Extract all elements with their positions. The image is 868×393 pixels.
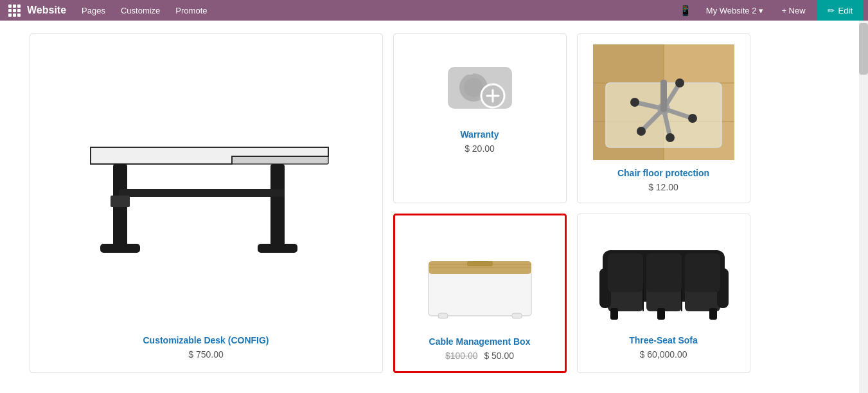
svg-rect-5 bbox=[100, 244, 140, 253]
topnav: Website Pages Customize Promote 📱 My Web… bbox=[0, 0, 868, 21]
desk-product-name[interactable]: Customizable Desk (CONFIG) bbox=[143, 335, 269, 345]
svg-rect-4 bbox=[270, 164, 285, 248]
new-button[interactable]: + New bbox=[772, 0, 814, 21]
sofa-illustration bbox=[596, 224, 731, 327]
desk-illustration bbox=[52, 64, 360, 308]
svg-rect-49 bbox=[709, 308, 717, 320]
svg-rect-41 bbox=[512, 313, 522, 318]
cable-box-price: $100.00 $ 50.00 bbox=[445, 351, 514, 361]
nav-promote[interactable]: Promote bbox=[168, 0, 215, 21]
sofa-image-area bbox=[588, 224, 740, 327]
chair-floor-product-price: $ 12.00 bbox=[648, 182, 678, 192]
svg-rect-7 bbox=[119, 189, 285, 197]
product-grid: Customizable Desk (CONFIG) $ 750.00 bbox=[30, 33, 839, 373]
svg-rect-8 bbox=[111, 196, 130, 207]
svg-rect-1 bbox=[232, 156, 328, 164]
chair-floor-image-area bbox=[588, 44, 740, 160]
website-selector[interactable]: My Website 2 ▾ bbox=[700, 0, 770, 21]
no-image-icon bbox=[445, 54, 515, 112]
desk-image-area bbox=[40, 44, 372, 327]
svg-rect-35 bbox=[429, 271, 531, 316]
svg-rect-54 bbox=[646, 253, 682, 292]
svg-rect-34 bbox=[660, 80, 667, 112]
warranty-product-price: $ 20.00 bbox=[465, 143, 495, 154]
nav-pages[interactable]: Pages bbox=[74, 0, 113, 21]
svg-rect-12 bbox=[457, 67, 474, 75]
sofa-product-name[interactable]: Three-Seat Sofa bbox=[629, 335, 698, 345]
product-card-warranty[interactable]: Warranty $ 20.00 bbox=[393, 33, 567, 203]
edit-button[interactable]: ✏ Edit bbox=[817, 0, 863, 21]
svg-point-33 bbox=[675, 78, 684, 87]
product-card-sofa[interactable]: Three-Seat Sofa $ 60,000.00 bbox=[577, 214, 750, 373]
product-card-desk[interactable]: Customizable Desk (CONFIG) $ 750.00 bbox=[30, 33, 383, 373]
svg-point-29 bbox=[630, 98, 639, 107]
sofa-product-price: $ 60,000.00 bbox=[640, 349, 687, 360]
svg-rect-48 bbox=[610, 308, 618, 320]
sale-price: $ 50.00 bbox=[484, 351, 514, 361]
svg-rect-39 bbox=[467, 261, 493, 266]
main-content: Customizable Desk (CONFIG) $ 750.00 bbox=[0, 21, 868, 393]
apps-icon[interactable] bbox=[5, 0, 23, 21]
svg-point-30 bbox=[637, 127, 646, 136]
svg-rect-50 bbox=[657, 308, 665, 320]
chair-floor-illustration bbox=[593, 44, 734, 160]
warranty-image-area bbox=[404, 44, 556, 122]
brand-name: Website bbox=[23, 5, 74, 16]
nav-customize[interactable]: Customize bbox=[113, 0, 168, 21]
svg-point-31 bbox=[666, 133, 675, 142]
svg-rect-6 bbox=[258, 244, 297, 253]
svg-point-11 bbox=[464, 78, 483, 97]
camera-placeholder bbox=[441, 44, 518, 122]
scrollbar-thumb[interactable] bbox=[859, 23, 868, 75]
pencil-icon: ✏ bbox=[828, 6, 835, 15]
svg-rect-53 bbox=[608, 253, 643, 292]
cable-box-product-name[interactable]: Cable Management Box bbox=[429, 336, 531, 347]
topnav-left: Website Pages Customize Promote bbox=[5, 0, 215, 21]
chevron-down-icon: ▾ bbox=[759, 6, 763, 15]
cable-box-image-area bbox=[405, 226, 554, 329]
svg-rect-55 bbox=[685, 253, 720, 292]
svg-rect-40 bbox=[438, 313, 448, 318]
mobile-icon[interactable]: 📱 bbox=[674, 5, 697, 17]
svg-point-32 bbox=[688, 114, 697, 123]
desk-product-price: $ 750.00 bbox=[188, 349, 224, 360]
cable-box-illustration bbox=[416, 226, 544, 329]
product-card-cable-box[interactable]: Cable Management Box $100.00 $ 50.00 bbox=[393, 214, 567, 373]
warranty-product-name[interactable]: Warranty bbox=[460, 129, 499, 140]
scrollbar[interactable] bbox=[859, 21, 868, 393]
product-card-chair-floor[interactable]: Chair floor protection $ 12.00 bbox=[577, 33, 750, 203]
topnav-right: 📱 My Website 2 ▾ + New ✏ Edit bbox=[674, 0, 863, 21]
chair-floor-product-name[interactable]: Chair floor protection bbox=[617, 168, 709, 178]
original-price: $100.00 bbox=[445, 351, 478, 361]
